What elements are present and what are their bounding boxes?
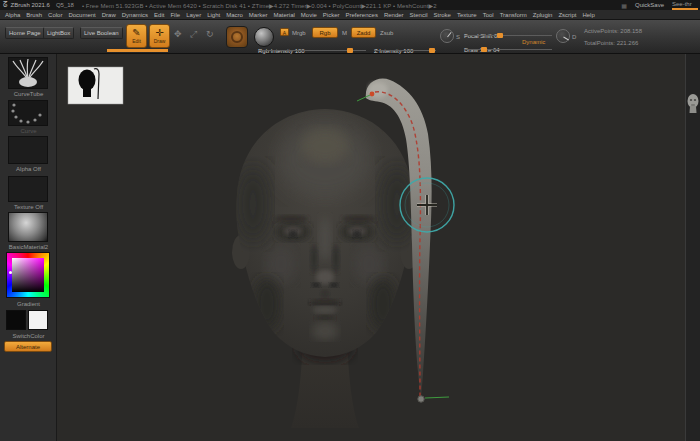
menu-item[interactable]: Macro: [226, 12, 243, 18]
z-intensity-handle[interactable]: [429, 48, 435, 53]
focal-shift-slider[interactable]: Focal Shift 0: [464, 24, 552, 36]
material-thumbnail[interactable]: [8, 212, 48, 242]
rotate-tool-icon[interactable]: ↻: [206, 30, 214, 39]
gradient-label[interactable]: Gradient: [0, 301, 57, 307]
quicksave-button[interactable]: QuickSave: [635, 2, 664, 8]
menu-item[interactable]: Draw: [102, 12, 116, 18]
switchcolor-label[interactable]: SwitchColor: [0, 333, 57, 339]
draw-move-icon: ✛: [155, 28, 163, 38]
zbrush-logo-icon: ᘔ: [3, 1, 8, 9]
menu-item[interactable]: Preferences: [346, 12, 378, 18]
scene: [57, 54, 685, 441]
alpha-label: Alpha Off: [0, 166, 57, 172]
color-picker-cursor: [9, 271, 12, 274]
menu-item[interactable]: Texture: [457, 12, 477, 18]
menu-item[interactable]: Picker: [323, 12, 340, 18]
see-through-label: See-thr: [672, 1, 692, 7]
zsub-toggle[interactable]: Zsub: [380, 30, 393, 36]
stroke-thumbnail[interactable]: [8, 100, 48, 126]
texture-label: Texture Off: [0, 204, 57, 210]
main-color-swatch[interactable]: [6, 310, 26, 330]
tool-head-thumbnail[interactable]: [686, 87, 700, 127]
menu-item[interactable]: Edit: [154, 12, 164, 18]
app-title: ZBrush 2021.6: [11, 2, 50, 8]
current-brush-thumbnail[interactable]: [226, 26, 248, 48]
rgb-intensity-handle[interactable]: [347, 48, 353, 53]
menu-bar: AlphaBrushColorDocumentDrawDynamicsEditF…: [0, 10, 700, 20]
menu-item[interactable]: Material: [274, 12, 295, 18]
brush-thumbnail[interactable]: [8, 57, 48, 89]
viewport-canvas[interactable]: [57, 54, 685, 441]
alternate-button[interactable]: Alternate: [4, 341, 52, 352]
menu-item[interactable]: Alpha: [5, 12, 20, 18]
brush-ring-icon: [231, 31, 243, 43]
lightbox-button[interactable]: LightBox: [43, 27, 74, 39]
menu-item[interactable]: Light: [207, 12, 220, 18]
layout-grid-icon[interactable]: ▦: [621, 2, 627, 9]
edit-label: Edit: [132, 39, 141, 44]
anchor-toggle[interactable]: A: [280, 28, 289, 36]
curve-start-point[interactable]: [370, 92, 375, 97]
menu-item[interactable]: Marker: [249, 12, 268, 18]
active-points-readout: ActivePoints: 208.158: [584, 28, 642, 34]
memory-stats: • Free Mem 51.923GB • Active Mem 6420 • …: [82, 2, 437, 9]
document-name: Q5_18: [56, 2, 74, 8]
zadd-toggle[interactable]: Zadd: [351, 27, 376, 38]
texture-thumbnail[interactable]: [8, 176, 48, 202]
mrgb-toggle[interactable]: Mrgb: [292, 30, 306, 36]
menu-item[interactable]: Help: [582, 12, 594, 18]
edit-icon: ✎: [132, 28, 140, 38]
stroke-name-label: Curve: [0, 128, 57, 134]
draw-button[interactable]: ✛ Draw: [149, 24, 170, 48]
d-dial-letter: D: [572, 34, 576, 40]
material-name-label: BasicMaterial2: [0, 244, 57, 250]
title-bar: ᘔ ZBrush 2021.6 Q5_18 • Free Mem 51.923G…: [0, 0, 700, 10]
secondary-color-swatch[interactable]: [28, 310, 48, 330]
curvetube-brush-icon: [9, 58, 47, 88]
menu-item[interactable]: Color: [48, 12, 62, 18]
menu-item[interactable]: Tool: [483, 12, 494, 18]
menu-item[interactable]: Zplugin: [533, 12, 553, 18]
menu-item[interactable]: Layer: [186, 12, 201, 18]
scale-tool-icon[interactable]: ⤢: [190, 30, 197, 39]
menu-item[interactable]: Stencil: [410, 12, 428, 18]
draw-size-handle[interactable]: [481, 47, 487, 52]
menu-item[interactable]: Zscript: [558, 12, 576, 18]
menu-item[interactable]: Document: [68, 12, 95, 18]
menu-item[interactable]: Transform: [500, 12, 527, 18]
menu-item[interactable]: Movie: [301, 12, 317, 18]
menu-item[interactable]: Stroke: [434, 12, 451, 18]
edit-button[interactable]: ✎ Edit: [126, 24, 147, 48]
draw-label: Draw: [154, 39, 166, 44]
s-dial-letter: S: [456, 34, 460, 40]
dynamic-toggle[interactable]: Dynamic: [522, 39, 545, 45]
rgb-toggle[interactable]: Rgb: [312, 27, 338, 38]
menu-item[interactable]: File: [170, 12, 180, 18]
home-page-button[interactable]: Home Page: [5, 27, 45, 39]
z-intensity-slider[interactable]: Z Intensity 100: [374, 39, 436, 51]
alpha-thumbnail[interactable]: [8, 136, 48, 164]
live-boolean-button[interactable]: Live Boolean: [80, 27, 123, 39]
color-picker-gradient[interactable]: [12, 258, 44, 292]
total-points-readout: TotalPoints: 221.266: [584, 40, 638, 46]
menu-item[interactable]: Render: [384, 12, 404, 18]
see-through-slider[interactable]: See-thr: [672, 1, 698, 10]
right-shelf: [685, 54, 700, 441]
canvas-preview-thumbnail[interactable]: [68, 67, 123, 104]
m-toggle[interactable]: M: [342, 30, 347, 36]
top-toolbar: Home Page LightBox Live Boolean ✎ Edit ✛…: [0, 20, 700, 54]
curve-end-point[interactable]: [418, 396, 424, 402]
move-tool-icon[interactable]: ✥: [174, 30, 182, 39]
rgb-intensity-slider[interactable]: Rgb Intensity 100: [258, 39, 366, 51]
color-picker[interactable]: [6, 252, 50, 298]
curve-stroke-icon: [9, 101, 47, 125]
focal-shift-dial[interactable]: [440, 29, 454, 43]
menu-item[interactable]: Dynamics: [122, 12, 148, 18]
left-shelf: CurveTube Curve Alpha Off Texture Off Ba…: [0, 54, 57, 441]
brush-name-label: CurveTube: [0, 91, 57, 97]
menu-item[interactable]: Brush: [26, 12, 42, 18]
draw-size-dial[interactable]: [556, 29, 570, 43]
active-mode-strip: [107, 49, 168, 52]
